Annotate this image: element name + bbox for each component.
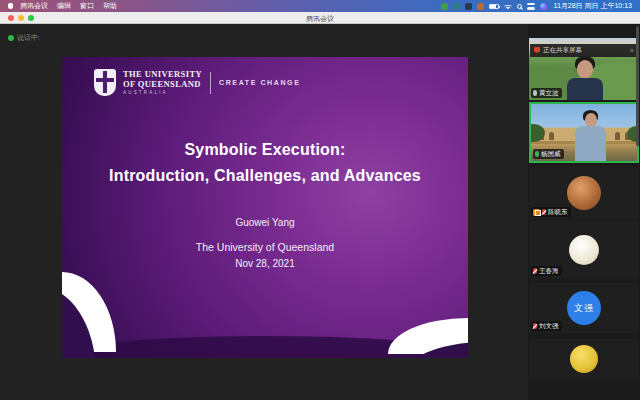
uq-logo-line2: OF QUEENSLAND xyxy=(123,80,202,90)
menu-window[interactable]: 窗口 xyxy=(80,1,94,11)
menu-edit[interactable]: 编辑 xyxy=(57,1,71,11)
participant1-face xyxy=(577,60,593,78)
participant-tile-6[interactable] xyxy=(529,339,639,378)
participant2-body xyxy=(575,126,606,162)
slide-title-line2: Introduction, Challenges, and Advances xyxy=(62,167,468,185)
uq-logo-text: THE UNIVERSITY OF QUEENSLAND AUSTRALIA xyxy=(123,70,202,95)
uq-tagline: CREATE CHANGE xyxy=(219,79,300,86)
uq-logo-line3: AUSTRALIA xyxy=(123,90,202,95)
participant-tile-4[interactable]: 王春海 xyxy=(529,221,639,278)
macos-menu-bar: 腾讯会议 编辑 窗口 帮助 11月28日 周日 上午10:13 xyxy=(0,0,640,12)
presentation-slide: THE UNIVERSITY OF QUEENSLAND AUSTRALIA C… xyxy=(62,57,468,358)
participant4-avatar xyxy=(569,235,599,265)
participant-name-tag: 王春海 xyxy=(531,266,562,276)
participant3-avatar xyxy=(567,176,601,210)
uq-logo-divider xyxy=(210,72,211,94)
participant-name-tag: 陈晓东 xyxy=(531,207,571,217)
participant-name-tag: 杨国威 xyxy=(533,149,564,159)
speaking-label: 说话中: xyxy=(17,33,40,43)
participant-tile-5[interactable]: 文强 刘文强 xyxy=(529,283,639,333)
siri-icon[interactable] xyxy=(540,3,547,10)
slide-title-line1: Symbolic Execution: xyxy=(62,141,468,159)
app-teal-icon[interactable] xyxy=(453,3,460,10)
mic-icon xyxy=(533,90,537,96)
participant-name-tag: 黄立波 xyxy=(531,88,562,98)
uq-crest-icon xyxy=(94,69,116,96)
participant-name: 杨国威 xyxy=(541,150,561,158)
participant-name: 王春海 xyxy=(539,267,559,275)
collapse-sidebar-icon[interactable]: » xyxy=(630,46,634,55)
participant-name: 刘文强 xyxy=(539,322,559,330)
speaking-dot-icon xyxy=(8,35,14,41)
app-green-icon[interactable] xyxy=(441,3,448,10)
participant5-avatar: 文强 xyxy=(567,291,601,325)
building-arch xyxy=(615,132,620,140)
slide-affiliation: The University of Queensland xyxy=(62,241,468,253)
screen-share-banner-label: 正在共享屏幕 xyxy=(543,46,582,55)
battery-icon[interactable] xyxy=(489,4,499,9)
window-title-bar: 腾讯会议 xyxy=(0,12,640,24)
menubar-clock[interactable]: 11月28日 周日 上午10:13 xyxy=(554,1,632,11)
participant6-avatar xyxy=(570,345,598,373)
participant-video-tile-2-active-speaker[interactable]: 杨国威 xyxy=(529,102,639,163)
mic-active-icon xyxy=(535,151,539,157)
control-center-icon[interactable] xyxy=(527,3,535,10)
slide-date: Nov 28, 2021 xyxy=(62,258,468,269)
mic-muted-icon xyxy=(533,268,537,274)
participant-tile-3[interactable]: 陈晓东 xyxy=(529,166,639,219)
wifi-icon[interactable] xyxy=(504,3,512,9)
participants-sidebar: 正在共享屏幕 » 黄立波 杨国威 xyxy=(528,24,640,400)
building-arch xyxy=(549,132,554,140)
mic-muted-icon xyxy=(533,323,537,329)
slide-author: Guowei Yang xyxy=(62,217,468,228)
menu-help[interactable]: 帮助 xyxy=(103,1,117,11)
search-icon[interactable] xyxy=(517,4,522,9)
screen-share-icon xyxy=(534,47,540,54)
apple-menu-icon[interactable] xyxy=(8,3,13,9)
participant-name: 陈晓东 xyxy=(548,208,568,216)
app-dark-icon[interactable] xyxy=(465,3,472,10)
speaking-indicator: 说话中: xyxy=(8,33,40,43)
shared-screen-stage: 说话中: THE UNIVERSITY OF QUEENSLAND AUSTRA… xyxy=(0,24,528,400)
participant-name-tag: 刘文强 xyxy=(531,321,562,331)
screen-share-banner[interactable]: 正在共享屏幕 » xyxy=(530,44,638,57)
sidebar-scrollbar[interactable] xyxy=(636,26,639,146)
participant1-body xyxy=(567,78,603,100)
menu-app-name[interactable]: 腾讯会议 xyxy=(20,1,48,11)
window-title: 腾讯会议 xyxy=(0,14,640,24)
uq-logo: THE UNIVERSITY OF QUEENSLAND AUSTRALIA C… xyxy=(94,69,300,96)
app-orange-icon[interactable] xyxy=(477,3,484,10)
participant2-face xyxy=(585,113,597,127)
mic-muted-icon xyxy=(542,209,546,215)
participant-name: 黄立波 xyxy=(539,89,559,97)
share-badge-icon xyxy=(533,209,540,216)
